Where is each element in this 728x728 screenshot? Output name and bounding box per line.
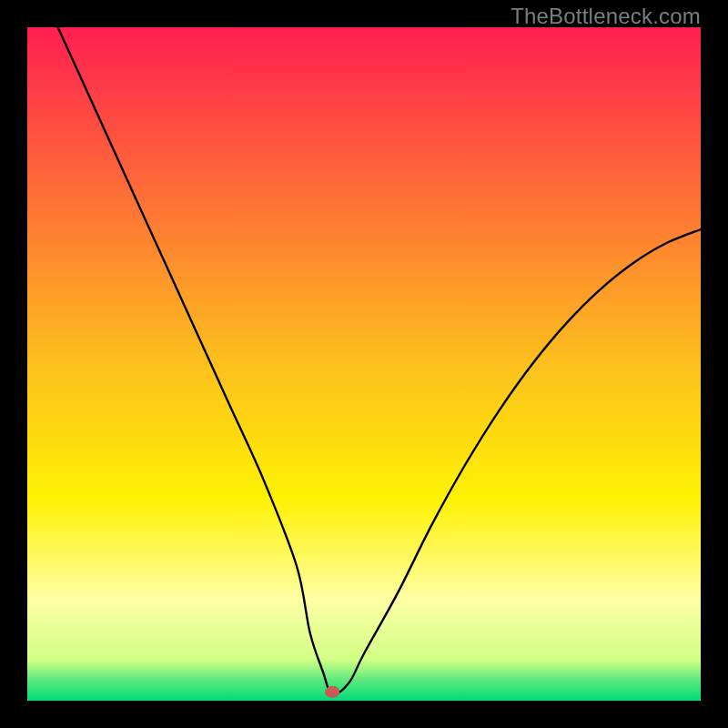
svg-point-1: [325, 686, 339, 698]
watermark-text: TheBottleneck.com: [511, 4, 701, 29]
optimal-marker: [27, 27, 701, 701]
plot-area: [27, 27, 701, 701]
outer-frame: TheBottleneck.com: [0, 0, 728, 728]
